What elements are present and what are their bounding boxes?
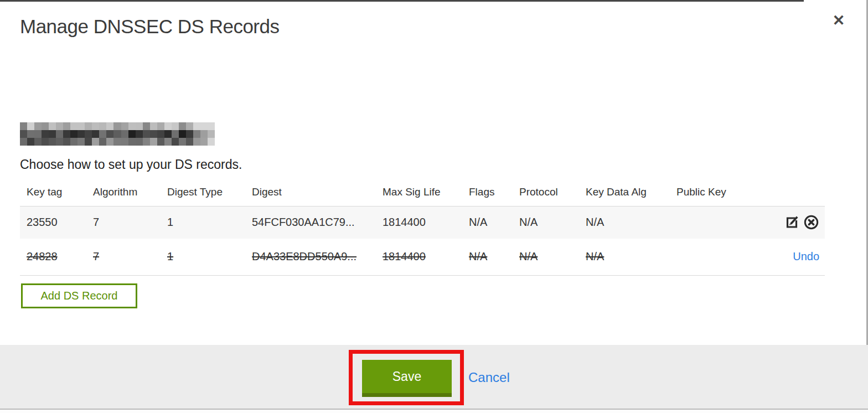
col-header-digest-type: Digest Type xyxy=(161,183,245,206)
col-header-key-data-alg: Key Data Alg xyxy=(579,183,670,206)
cell-protocol: N/A xyxy=(519,216,538,228)
table-row: 23550 7 1 54FCF030AA1C79... 1814400 N/A … xyxy=(20,206,825,239)
col-header-max-sig-life: Max Sig Life xyxy=(376,183,462,206)
cell-flags: N/A xyxy=(469,216,487,228)
cell-digest: D4A33E8DD550A9... xyxy=(252,250,356,262)
col-header-protocol: Protocol xyxy=(513,183,579,206)
col-header-public-key: Public Key xyxy=(670,183,747,206)
ds-records-table: Key tag Algorithm Digest Type Digest Max… xyxy=(20,183,825,276)
cell-key-tag: 24828 xyxy=(27,250,58,262)
col-header-key-tag: Key tag xyxy=(20,183,86,206)
table-row-deleted: 24828 7 1 D4A33E8DD550A9... 1814400 N/A … xyxy=(20,239,825,275)
page-title: Manage DNSSEC DS Records xyxy=(20,16,279,38)
cell-max-sig-life: 1814400 xyxy=(383,250,426,262)
cell-key-data-alg: N/A xyxy=(586,216,604,228)
save-button[interactable]: Save xyxy=(362,360,452,397)
col-header-actions xyxy=(747,183,825,206)
close-icon[interactable]: ✕ xyxy=(829,11,848,30)
cell-digest-type: 1 xyxy=(167,250,173,262)
cancel-link[interactable]: Cancel xyxy=(468,370,510,385)
cell-key-tag: 23550 xyxy=(27,216,58,228)
table-header-row: Key tag Algorithm Digest Type Digest Max… xyxy=(20,183,825,206)
remove-icon[interactable] xyxy=(803,214,819,230)
cell-algorithm: 7 xyxy=(93,250,99,262)
cell-max-sig-life: 1814400 xyxy=(383,216,426,228)
page-behind-modal xyxy=(0,410,868,413)
window-top-border xyxy=(0,0,804,2)
intro-text: Choose how to set up your DS records. xyxy=(20,157,242,172)
edit-icon[interactable] xyxy=(784,215,799,230)
col-header-algorithm: Algorithm xyxy=(86,183,161,206)
col-header-flags: Flags xyxy=(462,183,513,206)
cell-key-data-alg: N/A xyxy=(586,250,604,262)
undo-link[interactable]: Undo xyxy=(793,250,819,262)
cell-flags: N/A xyxy=(469,250,487,262)
col-header-digest: Digest xyxy=(245,183,376,206)
cell-protocol: N/A xyxy=(519,250,538,262)
cell-digest: 54FCF030AA1C79... xyxy=(252,216,355,228)
cell-algorithm: 7 xyxy=(93,216,99,228)
add-ds-record-button[interactable]: Add DS Record xyxy=(21,283,137,308)
redacted-domain xyxy=(20,122,215,146)
dnssec-modal: Manage DNSSEC DS Records ✕ Choose how to… xyxy=(0,0,868,413)
cell-digest-type: 1 xyxy=(167,216,173,228)
